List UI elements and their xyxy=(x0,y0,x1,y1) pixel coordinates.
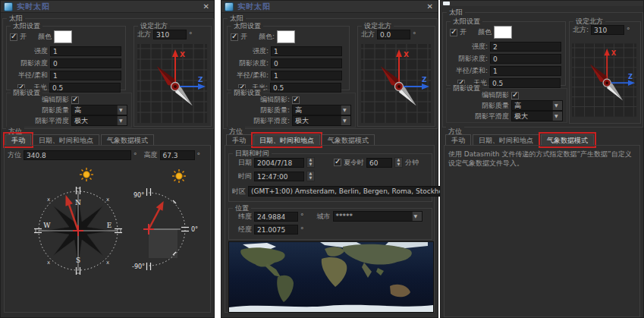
skylight-field[interactable]: 0.5 xyxy=(270,83,341,93)
chevron-down-icon xyxy=(412,212,422,221)
chevron-down-icon xyxy=(341,105,350,115)
shadow-quality-dropdown[interactable]: 高 xyxy=(511,100,563,111)
shadow-quality-label: 阴影质量 xyxy=(450,101,509,111)
window-realtime-sun-middle: 实时太阳 ✕ 太阳 太阳设置 开 颜色: 强度: 1 阴影浓度: 0 xyxy=(221,0,438,318)
shadow-density-label: 阴影浓度: xyxy=(231,58,269,68)
tab-weather-data-mode[interactable]: 气象数据模式 xyxy=(101,134,154,146)
elev-0-label: 0° xyxy=(191,226,198,233)
edit-shadow-checkbox[interactable] xyxy=(511,92,519,99)
north-field[interactable]: 0.0 xyxy=(377,30,410,39)
radius-soften-field[interactable]: 1 xyxy=(490,66,561,76)
tab-date-time-location[interactable]: 日期、时间和地点 xyxy=(253,134,320,146)
city-dropdown[interactable]: ***** xyxy=(333,211,423,222)
north-gizmo[interactable]: X Z xyxy=(572,40,636,120)
shadow-smooth-dropdown[interactable]: 极大 xyxy=(511,111,563,121)
time-spinner[interactable] xyxy=(306,171,315,181)
edit-shadow-checkbox[interactable] xyxy=(71,96,79,104)
altitude-field[interactable]: 67.3 xyxy=(160,150,195,160)
shadow-density-field[interactable]: 0 xyxy=(271,58,342,68)
skylight-field[interactable]: 0.5 xyxy=(49,83,121,93)
shadow-settings-group: 阴影设置 编辑阴影: 阴影质量: 高 阴影平滑度: 极大 xyxy=(227,93,356,128)
tab-manual[interactable]: 手动 xyxy=(226,134,252,146)
close-icon[interactable]: ✕ xyxy=(426,2,435,11)
sun-on-checkbox[interactable] xyxy=(231,33,238,41)
sun-settings-group: 太阳设置 开 颜色: 强度: 1 阴影浓度: 0 半径/柔和: 1 xyxy=(227,26,350,90)
shadow-density-field[interactable]: 0 xyxy=(490,54,561,64)
screenshot-stage: 实时太阳 ✕ 太阳 太阳设置 开 颜色 强度 1 阴影浓度 0 xyxy=(0,0,644,318)
longitude-field[interactable]: 21.0075 xyxy=(254,225,298,235)
north-gizmo[interactable]: X Z xyxy=(361,44,431,123)
north-field[interactable]: 310 xyxy=(153,30,187,39)
azimuth-compass-dial[interactable]: xxxx N W E S xyxy=(29,162,131,281)
shadow-quality-dropdown[interactable]: 高 xyxy=(292,105,351,115)
edit-shadow-label: 编辑阴影: xyxy=(231,95,290,105)
dst-spinner[interactable] xyxy=(394,157,403,168)
timezone-label: 时区 xyxy=(232,187,246,197)
shadow-density-label: 阴影浓度: xyxy=(450,54,488,64)
tab-date-time-location[interactable]: 日期、时间和地点 xyxy=(473,134,539,146)
elev-90-label: 90° xyxy=(134,192,144,199)
weather-data-note: 使用 Datasmith 文件传递的方式指定数据“产生数据”自定义设定气象数据文… xyxy=(448,150,636,168)
radius-soften-field[interactable]: 1 xyxy=(50,71,121,80)
sun-color-swatch[interactable] xyxy=(277,30,295,43)
compass-n-label: N xyxy=(75,199,81,206)
tab-manual[interactable]: 手动 xyxy=(445,134,471,146)
chevron-down-icon xyxy=(552,112,562,121)
edit-shadow-label: 编辑阴影 xyxy=(10,95,69,105)
tab-weather-data-mode[interactable]: 气象数据模式 xyxy=(541,134,594,146)
latitude-label: 纬度 xyxy=(232,212,252,222)
dst-checkbox[interactable] xyxy=(334,159,341,166)
orientation-group: 方位 手动 日期、时间和地点 气象数据模式 方位 340.8 ° 高度 67.3… xyxy=(2,129,212,315)
north-unit: ° xyxy=(627,27,630,34)
intensity-field[interactable]: 1 xyxy=(50,46,121,56)
sun-color-swatch[interactable] xyxy=(54,30,72,43)
intensity-label: 强度: xyxy=(450,42,488,52)
skylight-field[interactable]: 0.5 xyxy=(489,78,561,88)
longitude-label: 经度 xyxy=(232,225,252,235)
world-map[interactable] xyxy=(228,241,434,313)
sun-on-checkbox[interactable] xyxy=(10,33,17,41)
edit-shadow-checkbox[interactable] xyxy=(292,96,300,104)
north-field[interactable]: 310 xyxy=(591,25,624,35)
north-gizmo[interactable]: X Z xyxy=(137,44,207,123)
latitude-field[interactable]: 24.9884 xyxy=(254,212,298,222)
chevron-down-icon xyxy=(117,105,127,115)
time-field[interactable]: 12:47:00 xyxy=(254,172,304,181)
north-label: 北方 xyxy=(137,30,151,39)
intensity-field[interactable]: 1 xyxy=(271,46,342,56)
azimuth-label: 方位 xyxy=(8,150,21,160)
tab-date-time-location[interactable]: 日期、时间和地点 xyxy=(33,134,99,146)
radius-soften-field[interactable]: 1 xyxy=(271,71,342,80)
svg-text:x: x xyxy=(106,197,109,203)
shadow-smooth-dropdown[interactable]: 极大 xyxy=(292,115,351,126)
app-icon xyxy=(4,2,13,11)
tab-weather-data-mode[interactable]: 气象数据模式 xyxy=(322,134,375,146)
shadow-quality-dropdown[interactable]: 高 xyxy=(71,105,127,115)
sun-color-label: 颜色: xyxy=(259,32,275,42)
azimuth-field[interactable]: 340.8 xyxy=(24,150,131,160)
dst-field[interactable]: 60 xyxy=(366,158,392,168)
shadow-smooth-label: 阴影平滑度 xyxy=(450,112,509,121)
shadow-settings-group: 阴影设置 编辑阴影 阴影质量 高 阴影平滑度 极大 xyxy=(446,88,567,123)
sun-on-label: 开 xyxy=(460,27,467,37)
shadow-smooth-dropdown[interactable]: 极大 xyxy=(71,115,127,126)
date-time-location-content: 日期和时间 日期 2004/7/18 夏令时 60 分钟 时间 12:47:00 xyxy=(225,145,435,313)
sun-on-checkbox[interactable] xyxy=(450,29,457,36)
sun-color-label: 颜色 xyxy=(38,32,52,42)
orientation-tabs: 手动 日期、时间和地点 气象数据模式 xyxy=(5,134,156,146)
azimuth-unit: ° xyxy=(134,152,137,159)
titlebar[interactable]: 实时太阳 ✕ xyxy=(1,1,214,13)
intensity-field[interactable]: 2 xyxy=(490,42,561,52)
date-spinner[interactable] xyxy=(306,157,315,168)
altitude-dial[interactable]: 90° 0° -90° xyxy=(132,162,208,281)
north-unit: ° xyxy=(413,31,416,39)
latitude-unit: ° xyxy=(300,213,304,220)
sun-color-swatch[interactable] xyxy=(494,26,512,39)
radius-soften-label: 半径/柔和: xyxy=(231,71,269,80)
shadow-density-field[interactable]: 0 xyxy=(50,58,121,68)
titlebar[interactable]: 实时太阳 ✕ xyxy=(221,1,438,13)
tab-manual[interactable]: 手动 xyxy=(5,134,31,146)
date-field[interactable]: 2004/7/18 xyxy=(254,158,304,168)
chevron-down-icon xyxy=(552,101,562,110)
close-icon[interactable]: ✕ xyxy=(202,2,211,11)
